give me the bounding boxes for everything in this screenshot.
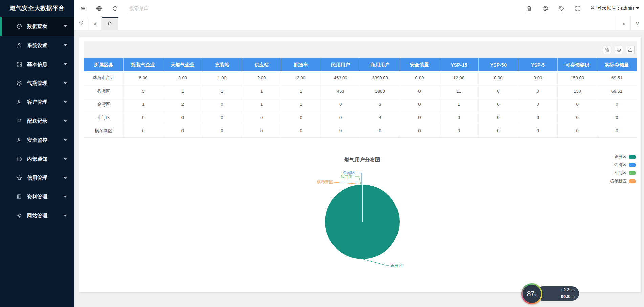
- net-monitor-widget: ↑ 2.2 K/s ↓ 90.8 K/s 87 %: [521, 283, 589, 307]
- tabs-refresh-button[interactable]: [74, 17, 88, 30]
- upload-speed: 2.2: [563, 287, 570, 293]
- net-down-row: ↓ 90.8 K/s: [546, 293, 575, 300]
- book-icon: [16, 194, 22, 200]
- table-cell: 0: [558, 111, 597, 124]
- sidebar-item-安全监控[interactable]: 安全监控: [0, 131, 74, 149]
- pie-callout-横琴新区: 横琴新区: [317, 179, 333, 185]
- sidebar-item-内部通知[interactable]: 内部通知: [0, 149, 74, 168]
- table-cell: 1: [163, 85, 202, 98]
- tabbar: « » ∨: [74, 17, 644, 30]
- chevron-down-icon: [64, 82, 67, 84]
- column-header: 可存储容积: [558, 58, 597, 71]
- download-speed: 90.8: [561, 293, 570, 300]
- pie-callout-斗门区: 斗门区: [340, 174, 352, 180]
- tabs-scroll-right-button[interactable]: »: [617, 17, 630, 30]
- sidebar-item-配送记录[interactable]: 配送记录: [0, 112, 74, 131]
- sidebar-item-网站管理[interactable]: 网站管理: [0, 206, 74, 225]
- sidebar-item-信用管理[interactable]: 信用管理: [0, 168, 74, 187]
- menu-fold-icon[interactable]: [74, 0, 91, 17]
- legend-item-斗门区[interactable]: 斗门区: [610, 170, 636, 176]
- column-header: YSP-5: [518, 58, 558, 71]
- sidebar-item-label: 内部通知: [27, 156, 64, 162]
- upload-speed-unit: K/s: [571, 287, 575, 293]
- table-cell: 0: [597, 124, 637, 137]
- table-cell: 3890.00: [360, 71, 400, 85]
- table-cell: 1: [124, 98, 163, 111]
- table-cell: 3883: [360, 85, 400, 98]
- column-header: 安全装置: [400, 58, 439, 71]
- table-cell: 香洲区: [84, 85, 124, 98]
- columns-button[interactable]: [603, 46, 611, 54]
- column-header: 充装站: [202, 58, 242, 71]
- tabs-menu-button[interactable]: ∨: [630, 17, 644, 30]
- table-cell: 0: [400, 124, 439, 137]
- account-label: 登录帐号：admin: [597, 5, 634, 11]
- column-header: 配送车: [281, 58, 321, 71]
- sidebar-item-label: 信用管理: [27, 175, 64, 181]
- sidebar-menu: 数据查看系统设置基本信息气瓶管理客户管理配送记录安全监控内部通知信用管理资料管理…: [0, 17, 74, 225]
- table-cell: 0: [124, 124, 163, 137]
- user-icon: [16, 42, 22, 48]
- account-menu[interactable]: 登录帐号：admin: [589, 5, 639, 12]
- sidebar-item-气瓶管理[interactable]: 气瓶管理: [0, 74, 74, 93]
- sidebar-item-基本信息[interactable]: 基本信息: [0, 55, 74, 74]
- export-button[interactable]: [626, 46, 635, 54]
- gauge-percent: 87: [527, 290, 534, 298]
- gas-users-pie-chart: 燃气用户分布图 金湾区斗门区横琴新区香洲区 香洲区金湾区斗门区横琴新区: [84, 154, 637, 289]
- theme-palette-icon[interactable]: [537, 0, 554, 17]
- table-cell: 0: [124, 111, 163, 124]
- table-cell: 1: [242, 85, 281, 98]
- net-up-row: ↑ 2.2 K/s: [546, 287, 575, 293]
- legend-item-横琴新区[interactable]: 横琴新区: [610, 178, 636, 184]
- sidebar-item-客户管理[interactable]: 客户管理: [0, 93, 74, 112]
- table-cell: 斗门区: [84, 111, 124, 124]
- account-caret-icon: [636, 7, 639, 9]
- print-button[interactable]: [615, 46, 623, 54]
- performance-gauge[interactable]: 87 %: [521, 283, 542, 304]
- table-cell: 1: [202, 85, 242, 98]
- table-cell: 3.00: [163, 71, 202, 85]
- table-cell: 0.00: [518, 71, 558, 85]
- table-cell: 0: [518, 111, 558, 124]
- legend-swatch-icon: [629, 163, 636, 167]
- table-cell: 453: [321, 85, 360, 98]
- table-cell: 0: [400, 111, 439, 124]
- legend-item-金湾区[interactable]: 金湾区: [610, 162, 636, 168]
- gear-icon: [16, 213, 22, 219]
- table-cell: 0: [281, 124, 321, 137]
- fullscreen-icon[interactable]: [570, 0, 586, 17]
- layers-icon: [16, 80, 22, 86]
- sidebar-item-数据查看[interactable]: 数据查看: [0, 17, 74, 36]
- chart-legend: 香洲区金湾区斗门区横琴新区: [610, 154, 636, 184]
- table-header-row: 所属区县瓶装气企业天燃气企业充装站供应站配送车民用用户商用用户安全装置YSP-1…: [84, 58, 637, 71]
- sidebar-item-label: 基本信息: [27, 61, 64, 68]
- sidebar-item-资料管理[interactable]: 资料管理: [0, 187, 74, 206]
- table-cell: 0: [242, 124, 281, 137]
- table-cell: 0.00: [400, 71, 439, 85]
- topbar-right-tools: [521, 0, 586, 17]
- legend-item-香洲区[interactable]: 香洲区: [610, 154, 636, 160]
- sidebar-item-label: 网站管理: [27, 213, 64, 219]
- sidebar-item-label: 安全监控: [27, 137, 64, 143]
- sidebar-item-系统设置[interactable]: 系统设置: [0, 36, 74, 55]
- gauge-icon: [16, 23, 22, 29]
- table-cell: 69.51: [597, 71, 637, 85]
- table-cell: 0: [202, 111, 242, 124]
- chevron-down-icon: [64, 120, 67, 122]
- table-cell: 0: [479, 85, 518, 98]
- table-cell: 0.00: [479, 71, 518, 85]
- table-cell: 2.00: [281, 71, 321, 85]
- table-cell: 0: [360, 124, 400, 137]
- trash-icon[interactable]: [521, 0, 537, 17]
- refresh-icon[interactable]: [107, 0, 123, 17]
- table-cell: 0: [558, 98, 597, 111]
- sidebar-item-label: 气瓶管理: [27, 80, 64, 87]
- table-cell: 0: [597, 111, 637, 124]
- search-input[interactable]: [129, 6, 231, 11]
- tabs-scroll-left-button[interactable]: «: [88, 17, 102, 30]
- tab-home[interactable]: [102, 17, 118, 30]
- home-icon: [107, 21, 112, 27]
- chevron-down-icon: [64, 196, 67, 198]
- globe-icon[interactable]: [91, 0, 107, 17]
- tag-icon[interactable]: [554, 0, 570, 17]
